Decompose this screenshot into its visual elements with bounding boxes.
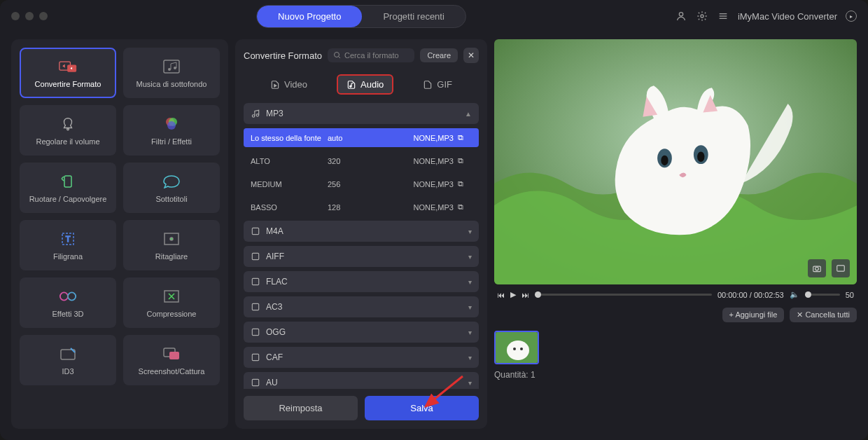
panel-title: Convertire Formato (244, 50, 322, 61)
format-ac3-header[interactable]: AC3▾ (244, 296, 479, 317)
sidebar-item-music-bg[interactable]: Musica di sottofondo (123, 48, 220, 98)
fullscreen-icon (836, 263, 846, 273)
sidebar-item-label: Musica di sottofondo (136, 80, 207, 88)
svg-rect-33 (252, 278, 258, 284)
volume-icon (59, 115, 77, 133)
sidebar-item-label: Convertire Formato (35, 80, 102, 88)
audio-icon (251, 226, 260, 236)
convert-icon (59, 57, 77, 76)
snapshot-button[interactable] (808, 259, 826, 277)
audio-icon (251, 327, 260, 337)
clear-all-button[interactable]: ✕ Cancella tutti (790, 308, 857, 322)
svg-line-27 (338, 57, 340, 59)
subtitle-icon (162, 172, 181, 191)
format-mp3-header[interactable]: MP3 ▲ (244, 103, 479, 124)
filters-icon (162, 115, 181, 133)
tab-new-project[interactable]: Nuovo Progetto (257, 6, 362, 27)
svg-rect-7 (164, 60, 179, 73)
svg-point-44 (816, 267, 819, 270)
tab-recent-projects[interactable]: Progetti recenti (362, 6, 465, 27)
format-caf-header[interactable]: CAF▾ (244, 347, 479, 368)
compress-icon (162, 287, 181, 305)
svg-point-0 (679, 13, 682, 16)
sidebar-item-compress[interactable]: Compressione (123, 277, 220, 328)
sidebar-item-id3[interactable]: ID3 (20, 335, 116, 385)
format-flac-header[interactable]: FLAC▾ (244, 271, 479, 292)
edit-icon[interactable]: ⧉ (458, 202, 472, 212)
subtab-audio[interactable]: Audio (337, 74, 393, 95)
account-icon[interactable] (675, 10, 687, 22)
format-m4a-header[interactable]: M4A▾ (244, 221, 479, 242)
sidebar-item-label: Filigrana (53, 252, 83, 261)
svg-point-48 (513, 348, 516, 350)
titlebar: Nuovo Progetto Progetti recenti iMyMac V… (0, 0, 868, 32)
camera-icon (812, 263, 822, 273)
svg-rect-14 (64, 176, 71, 187)
format-ogg-header[interactable]: OGG▾ (244, 322, 479, 343)
chevron-down-icon: ▾ (468, 329, 472, 336)
file-thumbnail[interactable] (494, 331, 539, 364)
subtab-gif[interactable]: GIF (414, 74, 461, 95)
max-dot[interactable] (39, 12, 48, 20)
preview-image (494, 39, 857, 284)
id3-icon (59, 345, 77, 363)
sidebar-item-watermark[interactable]: T Filigrana (20, 220, 116, 270)
min-dot[interactable] (25, 12, 34, 20)
audio-icon (251, 378, 260, 387)
mute-button[interactable]: 🔈 (790, 290, 799, 299)
sidebar-item-rotate[interactable]: Ruotare / Capovolgere (20, 163, 116, 213)
sidebar-item-filters[interactable]: Filtri / Effetti (123, 105, 220, 156)
play-button[interactable]: ▶ (510, 290, 516, 299)
search-input[interactable]: Cerca il formato (328, 48, 414, 62)
subtab-video[interactable]: Video (262, 74, 316, 95)
sidebar-item-3d[interactable]: Effetti 3D (20, 277, 116, 328)
sidebar-item-volume[interactable]: Regolare il volume (20, 105, 116, 156)
close-dot[interactable] (11, 12, 20, 20)
next-button[interactable]: ⏭ (522, 291, 529, 299)
edit-icon[interactable]: ⧉ (458, 156, 472, 165)
music-icon (251, 109, 260, 118)
add-file-button[interactable]: + Aggiungi file (722, 308, 785, 322)
fullscreen-button[interactable] (832, 259, 850, 277)
audio-icon (251, 252, 260, 261)
video-preview[interactable] (494, 39, 857, 284)
preset-row-same-source[interactable]: Lo stesso della fonte auto NONE,MP3 ⧉ (244, 128, 479, 147)
gear-icon[interactable] (696, 10, 708, 22)
close-button[interactable]: ✕ (463, 48, 479, 63)
audio-icon (251, 277, 260, 287)
video-file-icon (270, 80, 280, 90)
volume-slider[interactable] (805, 294, 840, 296)
sidebar-item-crop[interactable]: Ritagliare (123, 220, 220, 270)
svg-point-20 (68, 292, 76, 300)
svg-point-41 (661, 156, 668, 166)
chevron-down-icon: ▾ (468, 228, 472, 235)
sidebar-item-subtitle[interactable]: Sottotitoli (123, 163, 220, 213)
menu-icon[interactable] (717, 10, 729, 22)
reset-button[interactable]: Reimposta (244, 396, 358, 420)
preset-row-medium[interactable]: MEDIUM 256 NONE,MP3 ⧉ (244, 174, 479, 193)
svg-point-19 (60, 292, 68, 300)
save-button[interactable]: Salva (365, 396, 479, 420)
preset-row-alto[interactable]: ALTO 320 NONE,MP3 ⧉ (244, 151, 479, 170)
sidebar-item-convert[interactable]: Convertire Formato (20, 48, 116, 98)
playback-bar: ⏮ ▶ ⏭ 00:00:00 / 00:02:53 🔈 50 (494, 290, 857, 299)
edit-icon[interactable]: ⧉ (458, 179, 472, 188)
create-button[interactable]: Creare (420, 48, 458, 62)
preset-row-basso[interactable]: BASSO 128 NONE,MP3 ⧉ (244, 198, 479, 216)
tools-sidebar: Convertire Formato Musica di sottofondo … (11, 39, 228, 429)
svg-rect-31 (252, 228, 258, 234)
prev-button[interactable]: ⏮ (497, 291, 505, 299)
svg-point-18 (170, 238, 173, 240)
sidebar-item-screenshot[interactable]: Screenshot/Cattura (123, 335, 220, 385)
volume-value: 50 (846, 291, 854, 299)
edit-icon[interactable]: ⧉ (458, 133, 472, 142)
play-circle-icon[interactable]: ▸ (846, 11, 857, 22)
header-right: iMyMac Video Converter ▸ (675, 10, 857, 22)
svg-rect-35 (252, 329, 258, 335)
format-panel: Convertire Formato Cerca il formato Crea… (235, 39, 487, 429)
seek-slider[interactable] (535, 294, 712, 296)
sidebar-item-label: Sottotitoli (155, 195, 187, 203)
format-au-header[interactable]: AU▾ (244, 372, 479, 389)
svg-point-47 (507, 341, 529, 360)
format-aiff-header[interactable]: AIFF▾ (244, 246, 479, 267)
